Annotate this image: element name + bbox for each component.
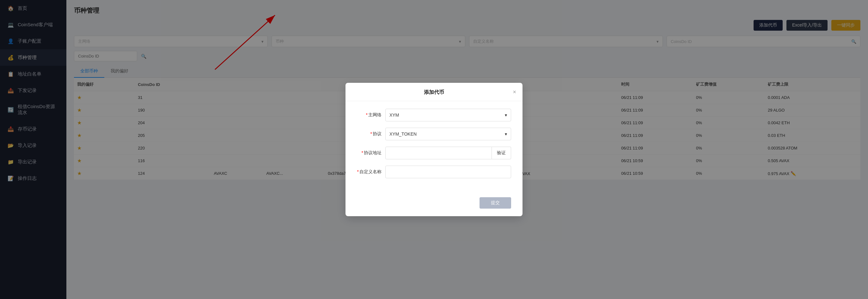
custom-name-label: *自定义名称 [357,169,385,175]
address-input[interactable] [385,147,492,159]
modal-overlay[interactable]: 添加代币 × *主网络 XYM ▾ *协议 XYM_TOKEN [0,0,868,299]
custom-name-input[interactable] [385,166,511,178]
required-mark: * [357,169,359,174]
address-field-row: *协议地址 验证 [357,147,511,159]
address-label: *协议地址 [357,150,385,156]
required-mark: * [362,150,363,155]
modal-body: *主网络 XYM ▾ *协议 XYM_TOKEN ▾ [345,101,523,192]
modal-header: 添加代币 × [345,83,523,101]
add-coin-modal: 添加代币 × *主网络 XYM ▾ *协议 XYM_TOKEN [345,83,523,216]
protocol-field-row: *协议 XYM_TOKEN ▾ [357,128,511,140]
protocol-select-value: XYM_TOKEN [390,131,416,137]
network-field-row: *主网络 XYM ▾ [357,109,511,121]
network-select-value: XYM [390,113,399,118]
modal-title: 添加代币 [424,89,444,96]
protocol-label: *协议 [357,131,385,137]
network-label: *主网络 [357,112,385,118]
chevron-down-icon: ▾ [505,113,507,118]
protocol-select[interactable]: XYM_TOKEN ▾ [385,128,511,140]
verify-button[interactable]: 验证 [492,147,511,159]
modal-footer: 提交 [345,192,523,216]
modal-close-button[interactable]: × [513,89,516,95]
required-mark: * [366,112,368,117]
address-input-group: 验证 [385,147,511,159]
submit-button[interactable]: 提交 [479,197,511,209]
network-select[interactable]: XYM ▾ [385,109,511,121]
chevron-down-icon: ▾ [505,131,507,137]
custom-name-field-row: *自定义名称 [357,166,511,178]
required-mark: * [370,131,372,136]
